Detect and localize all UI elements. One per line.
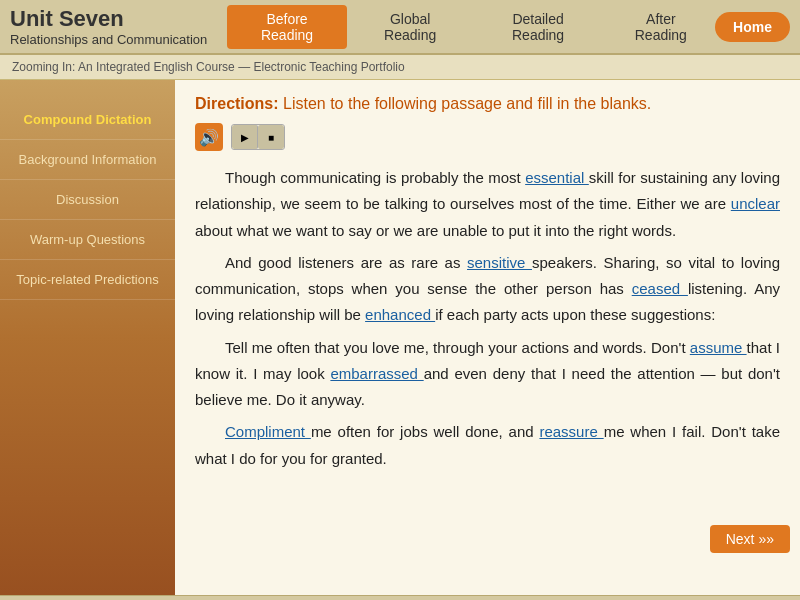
word-assume: assume	[690, 339, 747, 356]
word-embarrassed: embarrassed	[330, 365, 423, 382]
next-button-container: Next »»	[710, 525, 790, 553]
audio-icon[interactable]: 🔊	[195, 123, 223, 151]
passage-p2: And good listeners are as rare as sensit…	[195, 250, 780, 329]
nav-tabs: Before Reading Global Reading Detailed R…	[227, 5, 715, 49]
stop-button[interactable]: ■	[258, 125, 284, 149]
playback-controls: ▶ ■	[231, 124, 285, 150]
word-enhanced: enhanced	[365, 306, 435, 323]
sidebar-item-warmup-questions[interactable]: Warm-up Questions	[0, 220, 175, 260]
word-unclear: unclear	[731, 195, 780, 212]
directions-text: Directions: Listen to the following pass…	[195, 95, 780, 113]
next-arrow-icon: »»	[758, 531, 774, 547]
passage-p4: Compliment me often for jobs well done, …	[195, 419, 780, 472]
word-ceased: ceased	[632, 280, 688, 297]
directions-body: Listen to the following passage and fill…	[283, 95, 651, 112]
header-title: Unit Seven Relationships and Communicati…	[10, 6, 207, 47]
word-compliment: Compliment	[225, 423, 311, 440]
passage: Though communicating is probably the mos…	[195, 165, 780, 472]
next-label: Next	[726, 531, 755, 547]
passage-p1: Though communicating is probably the mos…	[195, 165, 780, 244]
tab-before-reading[interactable]: Before Reading	[227, 5, 347, 49]
word-essential: essential	[525, 169, 589, 186]
tab-after-reading[interactable]: After Reading	[607, 5, 716, 49]
breadcrumb: Zooming In: An Integrated English Course…	[0, 55, 800, 80]
sidebar: Compound Dictation Background Informatio…	[0, 80, 175, 595]
word-sensitive: sensitive	[467, 254, 532, 271]
audio-controls: 🔊 ▶ ■	[195, 123, 780, 151]
sidebar-item-compound-dictation[interactable]: Compound Dictation	[0, 100, 175, 140]
directions-label: Directions:	[195, 95, 279, 112]
main-layout: Compound Dictation Background Informatio…	[0, 80, 800, 595]
footer: 新世纪大学英语系列教材综合教程 电子教案	[0, 595, 800, 600]
content-area: Directions: Listen to the following pass…	[175, 80, 800, 595]
unit-subtitle: Relationships and Communication	[10, 32, 207, 47]
unit-title: Unit Seven	[10, 6, 207, 32]
home-button[interactable]: Home	[715, 12, 790, 42]
word-reassure: reassure	[539, 423, 603, 440]
sidebar-item-background-information[interactable]: Background Information	[0, 140, 175, 180]
tab-global-reading[interactable]: Global Reading	[351, 5, 470, 49]
sidebar-item-topic-predictions[interactable]: Topic-related Predictions	[0, 260, 175, 300]
passage-p3: Tell me often that you love me, through …	[195, 335, 780, 414]
next-button[interactable]: Next »»	[710, 525, 790, 553]
sidebar-item-discussion[interactable]: Discussion	[0, 180, 175, 220]
play-button[interactable]: ▶	[232, 125, 258, 149]
tab-detailed-reading[interactable]: Detailed Reading	[474, 5, 603, 49]
header: Unit Seven Relationships and Communicati…	[0, 0, 800, 55]
